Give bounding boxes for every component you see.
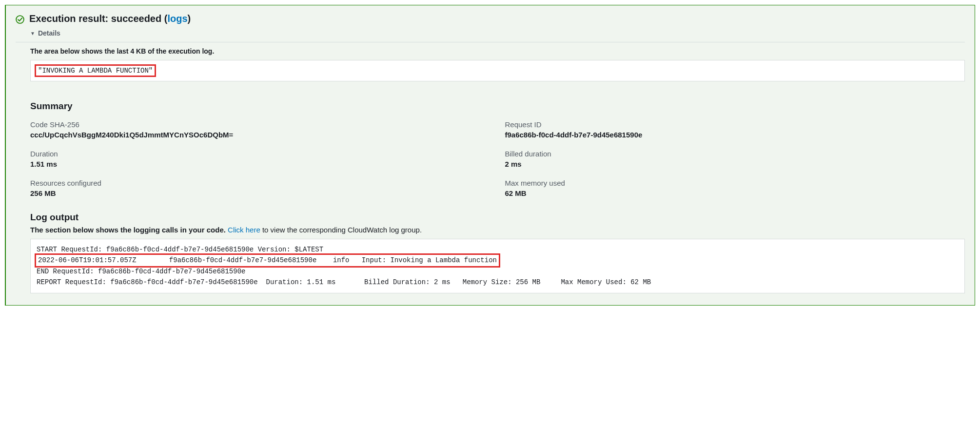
paren-open: ( [161, 13, 167, 24]
summary-billed-duration: Billed duration 2 ms [505, 150, 965, 168]
details-content: The area below shows the last 4 KB of th… [30, 47, 965, 293]
result-output-box: "INVOKING A LAMBDA FUNCTION" [30, 60, 965, 81]
details-label: Details [38, 29, 60, 37]
result-header: Execution result: succeeded (logs) [16, 13, 965, 24]
execution-result-panel: Execution result: succeeded (logs) ▼ Det… [5, 5, 975, 306]
result-status: succeeded [111, 13, 161, 24]
result-title: Execution result: succeeded (logs) [29, 13, 191, 24]
log-line: REPORT RequestId: f9a6c86b-f0cd-4ddf-b7e… [37, 278, 651, 286]
log-output-note: The section below shows the logging call… [30, 226, 965, 234]
logs-link[interactable]: logs [167, 13, 187, 24]
summary-label: Max memory used [505, 179, 965, 187]
log-line: START RequestId: f9a6c86b-f0cd-4ddf-b7e7… [37, 246, 323, 253]
log-output-box: START RequestId: f9a6c86b-f0cd-4ddf-b7e7… [30, 239, 965, 293]
summary-resources-configured: Resources configured 256 MB [30, 179, 490, 197]
result-title-prefix: Execution result: [29, 13, 111, 24]
log-line-highlight: 2022-06-06T19:01:57.057Z f9a6c86b-f0cd-4… [35, 253, 500, 267]
summary-label: Resources configured [30, 179, 490, 187]
execution-log-note: The area below shows the last 4 KB of th… [30, 47, 965, 55]
summary-value: f9a6c86b-f0cd-4ddf-b7e7-9d45e681590e [505, 131, 965, 139]
divider [16, 42, 965, 42]
success-check-icon [16, 15, 24, 24]
log-note-suffix: to view the corresponding CloudWatch log… [260, 226, 422, 234]
result-output-highlight: "INVOKING A LAMBDA FUNCTION" [35, 64, 156, 77]
summary-label: Request ID [505, 120, 965, 129]
log-note-prefix: The section below shows the logging call… [30, 226, 228, 234]
log-line: END RequestId: f9a6c86b-f0cd-4ddf-b7e7-9… [37, 268, 245, 275]
paren-close: ) [188, 13, 191, 24]
summary-code-sha256: Code SHA-256 ccc/UpCqchVsBggM240Dki1Q5dJ… [30, 120, 490, 139]
summary-max-memory-used: Max memory used 62 MB [505, 179, 965, 197]
details-toggle[interactable]: ▼ Details [30, 29, 60, 37]
summary-label: Duration [30, 150, 490, 158]
summary-grid: Code SHA-256 ccc/UpCqchVsBggM240Dki1Q5dJ… [30, 120, 965, 197]
summary-value: ccc/UpCqchVsBggM240Dki1Q5dJmmtMYCnYSOc6D… [30, 131, 490, 139]
summary-value: 256 MB [30, 189, 490, 197]
summary-label: Billed duration [505, 150, 965, 158]
summary-label: Code SHA-256 [30, 120, 490, 129]
summary-duration: Duration 1.51 ms [30, 150, 490, 168]
summary-request-id: Request ID f9a6c86b-f0cd-4ddf-b7e7-9d45e… [505, 120, 965, 139]
summary-heading: Summary [30, 101, 965, 112]
caret-down-icon: ▼ [30, 31, 35, 36]
cloudwatch-link[interactable]: Click here [228, 226, 260, 234]
summary-value: 2 ms [505, 160, 965, 168]
summary-value: 62 MB [505, 189, 965, 197]
svg-point-0 [16, 16, 24, 23]
log-output-heading: Log output [30, 212, 965, 223]
summary-value: 1.51 ms [30, 160, 490, 168]
